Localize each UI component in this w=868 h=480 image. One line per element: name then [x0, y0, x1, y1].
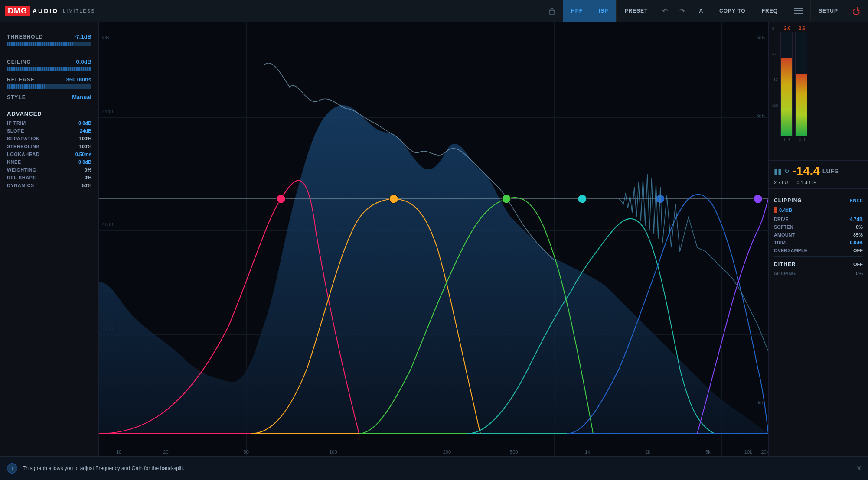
freq-20: 20 [163, 449, 168, 454]
lufs-row: ▮▮ ↻ -14.4 LUFS [774, 164, 863, 178]
dynamics-row: DYNAMICS 50% [7, 183, 91, 188]
left-panel: THRESHOLD -7.1dB ⎯⎯ CEILING 0.0dB RELEAS… [0, 22, 99, 456]
right-meter-bar [795, 32, 807, 136]
meter-scale: 0 -6 -12 -20 [772, 26, 778, 130]
meter-section: 0 -6 -12 -20 -2.6 -0.4 -2.6 -0.0 [769, 22, 868, 161]
close-button[interactable]: X [857, 465, 861, 472]
menu-button[interactable] [786, 0, 810, 22]
amount-value: 85% [853, 232, 863, 237]
slope-row: SLOPE 24dB [7, 128, 91, 133]
freq-button[interactable]: FREQ [754, 0, 786, 22]
oversample-label: OVERSAMPLE [774, 248, 807, 253]
stereolink-label: STEREOLINK [7, 144, 40, 149]
a-button[interactable]: A [691, 0, 711, 22]
db-label-right-6db: 6dB [756, 35, 765, 40]
svg-point-6 [389, 195, 398, 203]
info-text: This graph allows you to adjust Frequenc… [23, 465, 184, 471]
redo-button[interactable]: ↷ [673, 0, 691, 22]
freq-10k: 10k [744, 449, 752, 454]
ip-trim-label: IP TRIM [7, 120, 26, 126]
freq-200: 200 [443, 449, 451, 454]
svg-rect-1 [794, 8, 803, 9]
hpf-button[interactable]: HPF [563, 0, 591, 22]
ceiling-value: 0.0dB [76, 58, 91, 65]
slope-value: 24dB [80, 128, 91, 133]
ceiling-slider[interactable] [7, 67, 91, 71]
scale-6: -6 [772, 52, 778, 56]
slope-label: SLOPE [7, 128, 24, 133]
left-meter-col: -2.6 -0.4 [780, 26, 793, 157]
main-area: THRESHOLD -7.1dB ⎯⎯ CEILING 0.0dB RELEAS… [0, 22, 868, 456]
knee-link[interactable]: KNEE [849, 198, 863, 203]
right-meter-col: -2.6 -0.0 [795, 26, 807, 157]
db-label-right-neg3db: -3dB [755, 400, 765, 405]
rel-shape-value: 0% [85, 175, 91, 180]
oversample-value: OFF [853, 248, 863, 253]
ip-trim-value: 0.0dB [78, 120, 91, 126]
shaping-value: 0% [856, 271, 863, 276]
rel-shape-label: REL SHAPE [7, 175, 36, 180]
stereolink-value: 100% [79, 144, 91, 149]
copy-to-button[interactable]: COPY TO [711, 0, 754, 22]
isp-button[interactable]: ISP [591, 0, 616, 22]
logo-audio: AUDIO [33, 7, 59, 14]
freq-100: 100 [329, 449, 337, 454]
shaping-label: SHAPING [774, 271, 796, 276]
spectrum-display[interactable]: 0dB -24dB -48dB -72dB 6dB 3dB -3dB 10 20… [99, 22, 768, 456]
right-meter-fill [796, 74, 807, 136]
freq-10: 10 [116, 449, 121, 454]
release-row: RELEASE 350.00ms [7, 76, 91, 83]
stereolink-row: STEREOLINK 100% [7, 144, 91, 149]
loop-icon[interactable]: ↻ [784, 168, 790, 175]
knee-label: KNEE [7, 159, 21, 165]
freq-1k: 1k [585, 449, 590, 454]
link-icon: ⎯⎯ [7, 48, 91, 52]
freq-2k: 2k [645, 449, 650, 454]
soften-label: SOFTEN [774, 224, 793, 230]
trim-value: 0.0dB [850, 240, 863, 245]
drive-value: 4.7dB [850, 217, 863, 222]
trim-row: TRIM 0.0dB [774, 240, 863, 245]
dbtp-value: 0.1 [796, 180, 803, 185]
db-label-72db: -72dB [101, 326, 113, 331]
lookahead-label: LOOKAHEAD [7, 152, 39, 157]
weighting-value: 0% [85, 167, 91, 172]
lu-label: 2.7 LU [774, 180, 788, 185]
svg-point-10 [754, 195, 762, 203]
logo-limitless: LIMITLESS [63, 8, 95, 13]
divider-1 [7, 107, 91, 107]
power-button[interactable] [846, 0, 868, 22]
preset-button[interactable]: PRESET [616, 0, 656, 22]
amount-label: AMOUNT [774, 232, 795, 237]
rel-shape-row: REL SHAPE 0% [7, 175, 91, 180]
ceiling-label: CEILING [7, 59, 31, 65]
pause-icon[interactable]: ▮▮ [774, 167, 782, 175]
lock-button[interactable] [541, 0, 563, 22]
ip-trim-row: IP TRIM 0.0dB [7, 120, 91, 126]
topbar: DMG AUDIO LIMITLESS HPF ISP PRESET ↶ ↷ A… [0, 0, 868, 22]
db-label-48db: -48dB [101, 222, 113, 227]
svg-point-9 [656, 195, 665, 203]
lookahead-value: 0.50ms [75, 152, 91, 157]
separation-row: SEPARATION 100% [7, 136, 91, 141]
release-slider[interactable] [7, 84, 91, 89]
bottom-bar: i This graph allows you to adjust Freque… [0, 456, 868, 480]
lu-value: 2.7 [774, 180, 780, 185]
right-peak-label: -2.6 [797, 26, 806, 31]
threshold-slider[interactable] [7, 42, 91, 46]
left-meter-bar [780, 32, 793, 136]
setup-button[interactable]: SETUP [810, 0, 846, 22]
lufs-sub-row: 2.7 LU 0.1 dBTP [774, 180, 863, 185]
freq-5k: 5k [705, 449, 711, 454]
logo-area: DMG AUDIO LIMITLESS [0, 6, 100, 16]
undo-button[interactable]: ↶ [656, 0, 673, 22]
left-peak-bottom: -0.4 [783, 137, 790, 142]
db-label-0db: 0dB [101, 35, 109, 40]
weighting-label: WEIGHTING [7, 167, 36, 172]
scale-0: 0 [772, 26, 778, 31]
dither-header: DITHER OFF [774, 261, 863, 267]
oversample-row: OVERSAMPLE OFF [774, 248, 863, 253]
svg-rect-2 [794, 10, 803, 11]
lufs-unit: LUFS [822, 168, 839, 175]
knee-value: 0.0dB [78, 159, 91, 165]
